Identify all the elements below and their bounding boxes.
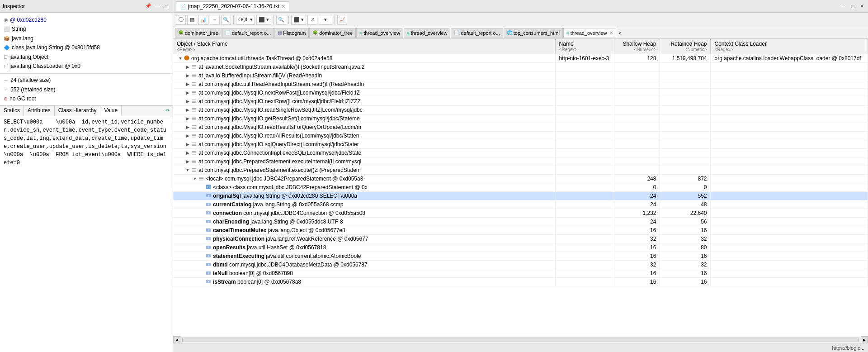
horizontal-scrollbar[interactable]: ◂ ▸	[173, 336, 868, 343]
tree-toggle[interactable]	[199, 271, 205, 276]
info-btn[interactable]: ⓘ	[176, 15, 186, 25]
tree-toggle[interactable]: ▶	[185, 116, 190, 121]
table-row[interactable]: fstatementExecuting java.util.concurrent…	[173, 252, 868, 261]
tree-toggle[interactable]	[199, 228, 205, 233]
table-row[interactable]: ▶at com.mysql.jdbc.MysqlIO.readResultsFo…	[173, 123, 868, 132]
tab-class-hierarchy[interactable]: Class Hierarchy	[55, 106, 101, 116]
table-row[interactable]: fdbmd com.mysql.jdbc.JDBC4DatabaseMetaDa…	[173, 261, 868, 269]
tree-toggle[interactable]	[199, 279, 205, 285]
scroll-right-btn[interactable]: ▸	[861, 336, 868, 343]
tree-toggle[interactable]: ▶	[185, 124, 190, 130]
heap-tab-0[interactable]: 🌳 dominator_tree	[175, 28, 222, 38]
arrow-btn[interactable]: ↗	[307, 15, 317, 25]
calc-btn[interactable]: ⬛ ▾	[291, 15, 306, 25]
table-row[interactable]: ▶at java.io.BufferedInputStream.fill()V …	[173, 71, 868, 80]
table-row[interactable]: foriginalSql java.lang.String @ 0xd02cd2…	[173, 192, 868, 200]
oql-btn[interactable]: OQL ▾	[236, 15, 255, 25]
tree-toggle[interactable]: ▶	[185, 159, 190, 164]
table-row[interactable]: ▶at com.mysql.jdbc.MysqlIO.readAllResult…	[173, 132, 868, 140]
table-row[interactable]: fphysicalConnection java.lang.ref.WeakRe…	[173, 235, 868, 243]
table-row[interactable]: ▶at java.net.SocketInputStream.available…	[173, 63, 868, 71]
scroll-left-btn[interactable]: ◂	[173, 336, 180, 343]
tree-toggle[interactable]	[199, 219, 205, 224]
close-tab-icon[interactable]: ✕	[609, 30, 613, 35]
tree-toggle[interactable]: ▶	[185, 133, 190, 138]
dominator-btn[interactable]: ▦	[187, 15, 197, 25]
heap-tab-2[interactable]: ▦ Histogram	[274, 28, 309, 38]
file-tab[interactable]: 📄 jmap_22250_2020-07-06-11-36-20.txt ✕	[176, 1, 289, 11]
heap-tab-5[interactable]: ≡ thread_overview	[404, 28, 451, 38]
tree-toggle[interactable]: ▼	[192, 176, 198, 181]
tab-statics[interactable]: Statics	[0, 106, 24, 116]
table-row[interactable]: fcancelTimeoutMutex java.lang.Object @ 0…	[173, 226, 868, 235]
tree-toggle[interactable]: ▶	[185, 142, 190, 147]
heap-tab-3[interactable]: 🌳 dominator_tree	[309, 28, 356, 38]
heap-tab-1[interactable]: 📄 default_report o...	[222, 28, 274, 38]
table-row[interactable]: fisStream boolean[0] @ 0xd05678a81616	[173, 278, 868, 286]
table-row[interactable]: ▶at com.mysql.jdbc.ConnectionImpl.execSQ…	[173, 149, 868, 157]
more-tabs-btn[interactable]: »	[617, 29, 623, 37]
tree-toggle[interactable]	[199, 193, 205, 199]
tree-toggle[interactable]: ▶	[185, 81, 190, 87]
heap-tab-4[interactable]: ≡ thread_overview	[356, 28, 403, 38]
heap-tab-8[interactable]: ≡ thread_overview ✕	[563, 28, 617, 38]
edit-icon[interactable]: ✏	[163, 106, 173, 116]
close-icon[interactable]: ✕	[281, 4, 285, 10]
col-context[interactable]: Context Class Loader <Regex>	[711, 39, 868, 54]
query-btn[interactable]: 🔍	[221, 15, 231, 25]
tree-toggle[interactable]: ▼	[185, 167, 190, 173]
tab-value[interactable]: Value	[100, 106, 122, 116]
tree-toggle[interactable]: ▶	[185, 150, 190, 156]
table-row[interactable]: fcurrentCatalog java.lang.String @ 0xd05…	[173, 200, 868, 209]
table-row[interactable]: ▼at com.mysql.jdbc.PreparedStatement.exe…	[173, 166, 868, 175]
table-row[interactable]: ▼<local> com.mysql.jdbc.JDBC42PreparedSt…	[173, 175, 868, 183]
table-row[interactable]: ▶at com.mysql.jdbc.PreparedStatement.exe…	[173, 157, 868, 166]
table-row[interactable]: fcharEncoding java.lang.String @ 0xd055d…	[173, 218, 868, 226]
table-row[interactable]: ▶at com.mysql.jdbc.MysqlIO.nextRowFast([…	[173, 89, 868, 97]
tree-toggle[interactable]: ▶	[185, 107, 190, 113]
tree-toggle[interactable]: ▼	[178, 56, 183, 61]
window-close-icon[interactable]: ✕	[858, 3, 865, 10]
scroll-track[interactable]	[182, 338, 859, 342]
chart-btn[interactable]: ▾	[319, 15, 332, 25]
tree-toggle[interactable]	[199, 262, 205, 267]
pin-icon[interactable]: 📌	[145, 3, 152, 10]
table-row[interactable]: C<class> class com.mysql.jdbc.JDBC42Prep…	[173, 183, 868, 192]
heap-tab-6[interactable]: 📄 default_report o...	[451, 28, 503, 38]
table-row[interactable]: fisNull boolean[0] @ 0xd05678981616	[173, 269, 868, 278]
table-row[interactable]: ▶at com.mysql.jdbc.MysqlIO.nextRow([Lcom…	[173, 97, 868, 106]
tree-toggle[interactable]: ▶	[185, 99, 190, 104]
window-min-icon[interactable]: —	[840, 3, 847, 10]
tree-toggle[interactable]: ▶	[185, 73, 190, 78]
col-retained[interactable]: Retained Heap <Numeric>	[660, 39, 711, 54]
table-row[interactable]: fconnection com.mysql.jdbc.JDBC4Connecti…	[173, 209, 868, 218]
table-area[interactable]: Object / Stack Frame <Regex> Name <Regex…	[173, 39, 868, 336]
table-row[interactable]: ▶at com.mysql.jdbc.MysqlIO.readSingleRow…	[173, 106, 868, 114]
graph-btn[interactable]: 📈	[337, 15, 347, 25]
tab-attributes[interactable]: Attributes	[24, 106, 55, 116]
tree-toggle[interactable]: ▶	[185, 64, 190, 70]
search-btn[interactable]: 🔍	[276, 15, 286, 25]
col-name[interactable]: Name <Regex>	[555, 39, 614, 54]
col-object[interactable]: Object / Stack Frame <Regex>	[173, 39, 555, 54]
tree-toggle[interactable]: ▶	[185, 90, 190, 95]
table-row[interactable]: fopenResults java.util.HashSet @ 0xd0567…	[173, 243, 868, 252]
table-row[interactable]: ▼org.apache.tomcat.util.threads.TaskThre…	[173, 54, 868, 63]
tree-toggle[interactable]	[199, 236, 205, 242]
tree-toggle[interactable]	[199, 253, 205, 259]
tree-toggle[interactable]	[199, 185, 205, 190]
maximize-icon[interactable]: □	[163, 3, 170, 10]
histogram-btn[interactable]: 📊	[198, 15, 208, 25]
table-row[interactable]: ▶at com.mysql.jdbc.util.ReadAheadInputSt…	[173, 80, 868, 89]
heap-tab-7[interactable]: 🌐 top_consumers_html	[504, 28, 563, 38]
thread-btn[interactable]: ≡	[210, 15, 220, 25]
table-row[interactable]: ▶at com.mysql.jdbc.MysqlIO.getResultSet(…	[173, 114, 868, 123]
minimize-icon[interactable]: —	[154, 3, 161, 10]
heap-btn[interactable]: ⬛ ▾	[256, 15, 271, 25]
tree-toggle[interactable]	[199, 245, 205, 250]
col-shallow[interactable]: Shallow Heap <Numeric>	[614, 39, 660, 54]
tree-toggle[interactable]	[199, 210, 205, 216]
window-max-icon[interactable]: □	[849, 3, 856, 10]
table-row[interactable]: ▶at com.mysql.jdbc.MysqlIO.sqlQueryDirec…	[173, 140, 868, 149]
tree-toggle[interactable]	[199, 202, 205, 207]
